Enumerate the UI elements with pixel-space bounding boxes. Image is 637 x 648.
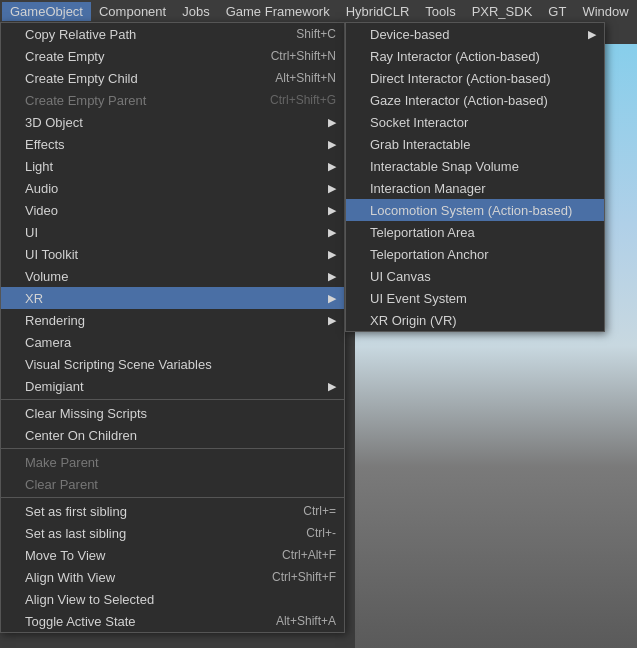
menubar-item-component[interactable]: Component: [91, 2, 174, 21]
menubar-item-hybridclr[interactable]: HybridCLR: [338, 2, 418, 21]
menubar-item-tools[interactable]: Tools: [417, 2, 463, 21]
menu-item-audio[interactable]: Audio▶: [1, 177, 344, 199]
menubar-item-window[interactable]: Window: [574, 2, 636, 21]
menu-item-xr[interactable]: XR▶: [1, 287, 344, 309]
xr-menu-item-label: UI Event System: [370, 291, 596, 306]
menu-item-effects[interactable]: Effects▶: [1, 133, 344, 155]
menu-item-label: Set as last sibling: [25, 526, 286, 541]
menu-item-shortcut: Shift+C: [296, 27, 336, 41]
menu-item-label: Create Empty: [25, 49, 251, 64]
menu-item-center-on-children[interactable]: Center On Children: [1, 424, 344, 446]
menu-separator: [1, 497, 344, 498]
menu-item-label: XR: [25, 291, 320, 306]
xr-menu-item-locomotion-system-action-based[interactable]: Locomotion System (Action-based): [346, 199, 604, 221]
menu-item-align-view-to-selected[interactable]: Align View to Selected: [1, 588, 344, 610]
menubar-item-gt[interactable]: GT: [540, 2, 574, 21]
menubar-item-jobs[interactable]: Jobs: [174, 2, 217, 21]
menu-item-label: UI Toolkit: [25, 247, 320, 262]
xr-menu-item-grab-interactable[interactable]: Grab Interactable: [346, 133, 604, 155]
submenu-arrow-icon: ▶: [328, 204, 336, 217]
xr-menu-item-ui-event-system[interactable]: UI Event System: [346, 287, 604, 309]
xr-menu-item-label: Teleportation Anchor: [370, 247, 596, 262]
menu-item-label: Copy Relative Path: [25, 27, 276, 42]
xr-menu-item-teleportation-area[interactable]: Teleportation Area: [346, 221, 604, 243]
submenu-arrow-icon: ▶: [328, 270, 336, 283]
menu-item-set-as-first-sibling[interactable]: Set as first siblingCtrl+=: [1, 500, 344, 522]
xr-menu-item-label: Interaction Manager: [370, 181, 596, 196]
menu-item-label: Clear Parent: [25, 477, 336, 492]
submenu-arrow-icon: ▶: [328, 182, 336, 195]
menu-item-create-empty[interactable]: Create EmptyCtrl+Shift+N: [1, 45, 344, 67]
xr-menu-item-label: Interactable Snap Volume: [370, 159, 596, 174]
menu-item-3d-object[interactable]: 3D Object▶: [1, 111, 344, 133]
menubar-item-gameobject[interactable]: GameObject: [2, 2, 91, 21]
xr-menu-item-interactable-snap-volume[interactable]: Interactable Snap Volume: [346, 155, 604, 177]
menu-item-label: Move To View: [25, 548, 262, 563]
menu-item-shortcut: Ctrl+Shift+N: [271, 49, 336, 63]
menu-item-create-empty-child[interactable]: Create Empty ChildAlt+Shift+N: [1, 67, 344, 89]
menu-item-label: Center On Children: [25, 428, 336, 443]
menu-item-label: Align View to Selected: [25, 592, 336, 607]
menu-item-camera[interactable]: Camera: [1, 331, 344, 353]
xr-menu-item-teleportation-anchor[interactable]: Teleportation Anchor: [346, 243, 604, 265]
menu-item-shortcut: Ctrl+Shift+F: [272, 570, 336, 584]
menu-item-move-to-view[interactable]: Move To ViewCtrl+Alt+F: [1, 544, 344, 566]
menu-item-video[interactable]: Video▶: [1, 199, 344, 221]
xr-menu-item-label: XR Origin (VR): [370, 313, 596, 328]
menu-item-label: UI: [25, 225, 320, 240]
xr-menu-item-xr-origin-vr[interactable]: XR Origin (VR): [346, 309, 604, 331]
gameobject-dropdown: Copy Relative PathShift+CCreate EmptyCtr…: [0, 22, 345, 633]
submenu-arrow-icon: ▶: [328, 248, 336, 261]
menu-item-copy-relative-path[interactable]: Copy Relative PathShift+C: [1, 23, 344, 45]
xr-menu-item-label: Gaze Interactor (Action-based): [370, 93, 596, 108]
menu-item-label: Toggle Active State: [25, 614, 256, 629]
menu-item-visual-scripting-scene-variables[interactable]: Visual Scripting Scene Variables: [1, 353, 344, 375]
xr-menu-item-label: Socket Interactor: [370, 115, 596, 130]
menu-item-ui[interactable]: UI▶: [1, 221, 344, 243]
submenu-arrow-icon: ▶: [328, 380, 336, 393]
xr-menu-item-label: UI Canvas: [370, 269, 596, 284]
xr-menu-item-device-based[interactable]: Device-based▶: [346, 23, 604, 45]
menu-item-create-empty-parent: Create Empty ParentCtrl+Shift+G: [1, 89, 344, 111]
xr-menu-item-interaction-manager[interactable]: Interaction Manager: [346, 177, 604, 199]
submenu-arrow-icon: ▶: [328, 292, 336, 305]
xr-menu-item-label: Grab Interactable: [370, 137, 596, 152]
menubar-item-pxrsdk[interactable]: PXR_SDK: [464, 2, 541, 21]
xr-menu-item-label: Direct Interactor (Action-based): [370, 71, 596, 86]
menu-item-light[interactable]: Light▶: [1, 155, 344, 177]
xr-submenu: Device-based▶Ray Interactor (Action-base…: [345, 22, 605, 332]
menu-item-rendering[interactable]: Rendering▶: [1, 309, 344, 331]
menu-item-ui-toolkit[interactable]: UI Toolkit▶: [1, 243, 344, 265]
xr-menu-item-label: Ray Interactor (Action-based): [370, 49, 596, 64]
xr-menu-item-ray-interactor-action-based[interactable]: Ray Interactor (Action-based): [346, 45, 604, 67]
menu-item-label: Clear Missing Scripts: [25, 406, 336, 421]
menu-item-toggle-active-state[interactable]: Toggle Active StateAlt+Shift+A: [1, 610, 344, 632]
menu-item-volume[interactable]: Volume▶: [1, 265, 344, 287]
submenu-arrow-icon: ▶: [328, 226, 336, 239]
xr-menu-item-socket-interactor[interactable]: Socket Interactor: [346, 111, 604, 133]
menu-item-set-as-last-sibling[interactable]: Set as last siblingCtrl+-: [1, 522, 344, 544]
menu-item-label: Align With View: [25, 570, 252, 585]
submenu-arrow-icon: ▶: [328, 314, 336, 327]
xr-menu-item-gaze-interactor-action-based[interactable]: Gaze Interactor (Action-based): [346, 89, 604, 111]
menu-item-clear-missing-scripts[interactable]: Clear Missing Scripts: [1, 402, 344, 424]
menu-item-demigiant[interactable]: Demigiant▶: [1, 375, 344, 397]
menu-item-shortcut: Ctrl+Shift+G: [270, 93, 336, 107]
menu-item-label: Set as first sibling: [25, 504, 283, 519]
menu-item-shortcut: Ctrl+-: [306, 526, 336, 540]
menubar-item-gameframework[interactable]: Game Framework: [218, 2, 338, 21]
xr-menu-item-direct-interactor-action-based[interactable]: Direct Interactor (Action-based): [346, 67, 604, 89]
menu-item-label: Make Parent: [25, 455, 336, 470]
menu-item-label: Demigiant: [25, 379, 320, 394]
menubar: GameObject Component Jobs Game Framework…: [0, 0, 637, 22]
menu-item-label: Visual Scripting Scene Variables: [25, 357, 336, 372]
menu-item-make-parent: Make Parent: [1, 451, 344, 473]
menu-item-align-with-view[interactable]: Align With ViewCtrl+Shift+F: [1, 566, 344, 588]
menu-item-shortcut: Alt+Shift+A: [276, 614, 336, 628]
menu-item-shortcut: Ctrl+=: [303, 504, 336, 518]
xr-menu-item-ui-canvas[interactable]: UI Canvas: [346, 265, 604, 287]
menu-item-label: Light: [25, 159, 320, 174]
menu-item-label: Create Empty Child: [25, 71, 255, 86]
submenu-arrow-icon: ▶: [328, 116, 336, 129]
xr-menu-item-label: Teleportation Area: [370, 225, 596, 240]
